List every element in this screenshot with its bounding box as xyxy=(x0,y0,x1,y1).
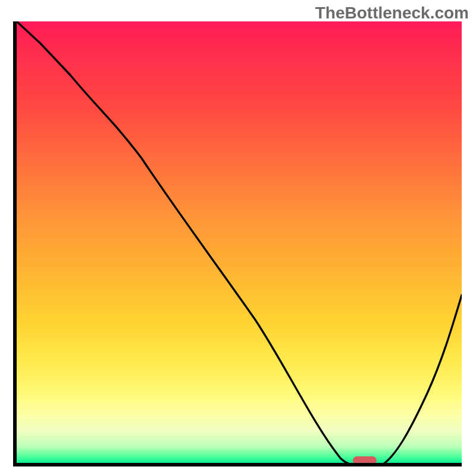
watermark-text: TheBottleneck.com xyxy=(315,4,469,23)
chart-container: TheBottleneck.com xyxy=(0,0,476,476)
x-axis xyxy=(13,463,462,466)
plot-area xyxy=(17,21,462,466)
bottleneck-curve xyxy=(17,21,462,466)
y-axis xyxy=(13,21,17,466)
curve-svg xyxy=(17,21,462,466)
